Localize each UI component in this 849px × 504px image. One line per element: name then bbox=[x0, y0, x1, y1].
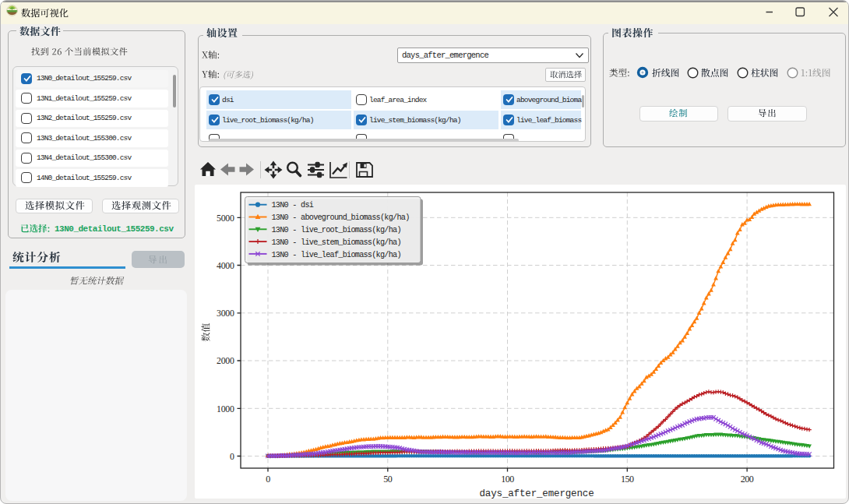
svg-text:13N0 - aboveground_biomass(kg/: 13N0 - aboveground_biomass(kg/ha) bbox=[272, 213, 410, 222]
svg-text:50: 50 bbox=[383, 474, 393, 485]
svg-text:13N0 - live_stem_biomass(kg/ha: 13N0 - live_stem_biomass(kg/ha) bbox=[272, 238, 401, 247]
svg-text:2000: 2000 bbox=[217, 355, 234, 366]
svg-text:13N0 - live_leaf_biomass(kg/ha: 13N0 - live_leaf_biomass(kg/ha) bbox=[272, 251, 401, 259]
svg-text:13N0 - dsi: 13N0 - dsi bbox=[272, 201, 314, 210]
svg-text:5000: 5000 bbox=[217, 213, 234, 224]
svg-text:4000: 4000 bbox=[217, 260, 234, 271]
svg-text:13N0 - live_root_biomass(kg/ha: 13N0 - live_root_biomass(kg/ha) bbox=[272, 226, 401, 234]
svg-text:3000: 3000 bbox=[217, 308, 234, 319]
svg-text:0: 0 bbox=[266, 474, 270, 485]
svg-text:1000: 1000 bbox=[217, 404, 234, 414]
svg-text:days_after_emergence: days_after_emergence bbox=[479, 488, 594, 499]
svg-text:200: 200 bbox=[741, 474, 754, 485]
svg-text:150: 150 bbox=[621, 474, 634, 485]
svg-text:0: 0 bbox=[230, 451, 234, 462]
svg-text:100: 100 bbox=[501, 474, 514, 485]
